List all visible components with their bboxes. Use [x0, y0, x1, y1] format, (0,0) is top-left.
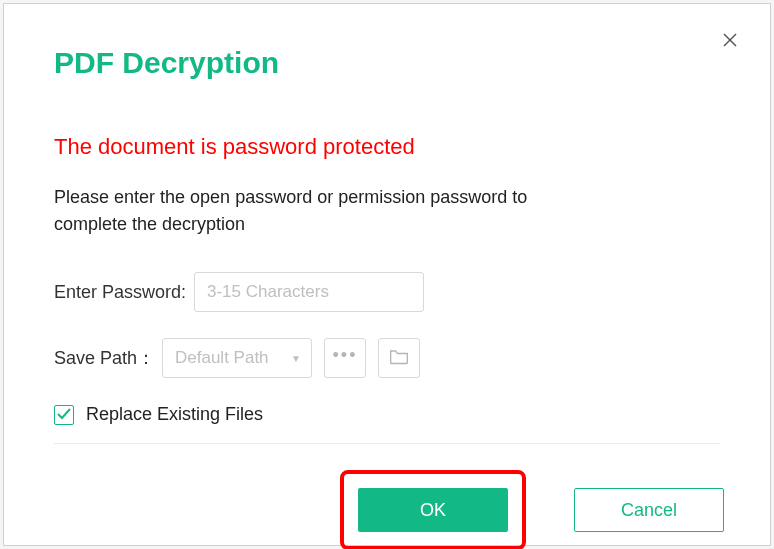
folder-icon — [389, 347, 409, 369]
ok-button[interactable]: OK — [358, 488, 508, 532]
checkmark-icon — [57, 406, 71, 424]
ok-highlight: OK — [340, 470, 526, 549]
more-options-button[interactable]: ••• — [324, 338, 366, 378]
close-button[interactable] — [720, 32, 740, 52]
password-input[interactable] — [194, 272, 424, 312]
dialog-content: PDF Decryption The document is password … — [4, 4, 770, 425]
close-icon — [723, 33, 737, 51]
warning-text: The document is password protected — [54, 134, 720, 160]
password-row: Enter Password: — [54, 272, 720, 312]
description-text: Please enter the open password or permis… — [54, 184, 594, 238]
replace-files-checkbox[interactable] — [54, 405, 74, 425]
save-path-dropdown-text: Default Path — [175, 348, 291, 368]
save-path-label: Save Path： — [54, 346, 162, 370]
ellipsis-icon: ••• — [333, 346, 358, 364]
browse-folder-button[interactable] — [378, 338, 420, 378]
pdf-decryption-dialog: PDF Decryption The document is password … — [3, 3, 771, 546]
dialog-title: PDF Decryption — [54, 46, 720, 80]
password-label: Enter Password: — [54, 282, 194, 303]
cancel-button[interactable]: Cancel — [574, 488, 724, 532]
save-path-dropdown[interactable]: Default Path ▼ — [162, 338, 312, 378]
chevron-down-icon: ▼ — [291, 353, 301, 364]
dialog-footer: OK Cancel — [4, 444, 770, 549]
replace-files-label: Replace Existing Files — [86, 404, 263, 425]
replace-files-row: Replace Existing Files — [54, 404, 720, 425]
save-path-row: Save Path： Default Path ▼ ••• — [54, 338, 720, 378]
